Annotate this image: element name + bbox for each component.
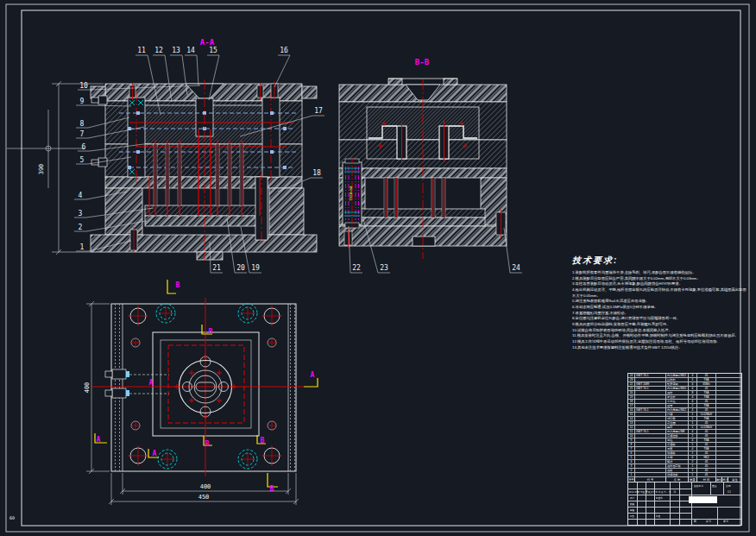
callout-23: 23 (380, 264, 388, 272)
dim-inner-width: 400 (200, 483, 211, 490)
technical-requirements: 技术要求: 1.装配前所有零件均需清洗干净,去除毛刺、油污,各配合面不得有碰伤划… (572, 255, 748, 350)
section-bb-label: B-B (415, 58, 430, 66)
svg-text:A: A (149, 379, 154, 387)
sheet-page: 第 张 (723, 520, 728, 523)
callout-3: 3 (79, 210, 83, 218)
parts-list-rows: 24GB/T 70.1内六角螺钉M1244523拉料杆1T8A22GB/T 20… (628, 374, 741, 477)
process-label: 工艺 (630, 514, 635, 518)
callout-22: 22 (352, 264, 361, 272)
technical-requirement-line: 5.浇注系统表面粗糙度Ra0.8,流道应光滑连接。 (572, 299, 748, 305)
checker-label: 校核 (630, 502, 635, 506)
svg-text:B: B (261, 437, 265, 445)
callout-5: 5 (80, 156, 85, 164)
dim-side-height: 400 (84, 382, 91, 394)
callout-15: 15 (209, 47, 217, 54)
callout-1: 1 (80, 243, 85, 251)
callout-4: 4 (79, 192, 83, 199)
section-bb-view: B-B (339, 58, 507, 259)
technical-requirement-line: 9.模具外露部分锐边倒钝,安装面应平整,吊装螺孔完好可用。 (572, 322, 748, 328)
cad-sheet: { "sheet": { "corner_mark": "60" }, "sec… (0, 0, 756, 536)
callout-13: 13 (172, 47, 180, 54)
technical-requirement-line: 10.试模合格后型腔表面涂防锈油,闭合保存,各板间垫入纸片。 (572, 328, 748, 334)
section-aa-label: A-A (200, 38, 215, 47)
designer-label: 设计 (630, 496, 635, 500)
guide-pillar (262, 92, 280, 183)
sheet-total: 共 张 (706, 520, 711, 523)
svg-text:B: B (209, 328, 213, 336)
scale-label: 比例 (726, 484, 731, 488)
sheet-size: A1 (694, 520, 696, 523)
callout-16: 16 (280, 47, 288, 54)
support-pillar (255, 173, 268, 243)
callout-12: 12 (154, 47, 163, 54)
technical-requirements-list: 1.装配前所有零件均需清洗干净,去除毛刺、油污,各配合面不得有碰伤划痕。2.模具… (572, 270, 748, 350)
technical-requirement-line: 3.导柱导套装配后滑动灵活,无卡滞现象,配合间隙符合H7/f7的要求。 (572, 281, 748, 287)
technical-requirement-line: 13.其他未注技术要求按塑料注射模通用技术条件GB/T 12554执行。 (572, 345, 748, 351)
spring-tag: TM50×60 (349, 186, 353, 200)
technical-requirement-line: 1.装配前所有零件均需清洗干净,去除毛刺、油污,各配合面不得有碰伤划痕。 (572, 270, 748, 276)
callout-17: 17 (314, 107, 323, 115)
parts-list-table: 24GB/T 70.1内六角螺钉M1244523拉料杆1T8A22GB/T 20… (627, 373, 742, 482)
callout-14: 14 (186, 47, 195, 54)
scale-value: 1:1 (728, 490, 731, 494)
technical-requirement-line: 11.模具安装时注意方向,合模、开模时动作平稳,脱模时制件与浇注系统凝料应能顺利… (572, 333, 748, 339)
callout-19: 19 (251, 264, 260, 272)
technical-requirement-line: 2.模具装配后分型面应贴合严密,其间隙不得大于0.02mm,局部不大于0.03m… (572, 276, 748, 282)
dim-outer-width: 450 (198, 494, 210, 501)
svg-text:A: A (153, 450, 157, 457)
auditor-label: 审核 (630, 508, 635, 512)
technical-requirement-line: 12.模具工作过程中各运动部件保持灵活,定期加注润滑油,导柱、推杆等滑动部位涂润… (572, 339, 748, 345)
standardization-label: 标准化 (656, 496, 663, 500)
aa-height-value: 390 (38, 164, 45, 175)
callout-8: 8 (80, 120, 85, 128)
svg-text:B: B (176, 281, 180, 289)
drawing-number-bar (689, 496, 717, 503)
technical-requirements-title: 技术要求: (572, 255, 748, 267)
weight-label: 重量 (712, 484, 717, 488)
callout-2: 2 (79, 224, 83, 231)
spring-unit: TM50×60 (343, 157, 362, 230)
callout-9: 9 (80, 98, 85, 105)
revision-marks-row: 标记 处数 分区 更改文件号 签名 年、月、日 (629, 490, 690, 494)
callout-20: 20 (236, 264, 245, 272)
callout-11: 11 (137, 47, 146, 54)
callout-6: 6 (82, 143, 86, 151)
sheet-corner-mark: 60 (9, 515, 15, 520)
callout-18: 18 (312, 169, 321, 177)
technical-requirement-line: 4.推出机构运动灵活、平稳,推杆在固定板孔内应能灵活转动,不得有卡死现象,复位准… (572, 287, 748, 299)
technical-requirement-line: 7.各紧固螺钉均需拧紧,不得松动。 (572, 311, 748, 317)
approver-label: 批准 (656, 514, 661, 518)
technical-requirement-line: 6.冷却水路应畅通,试压0.5MPa保压5分钟不得渗漏。 (572, 305, 748, 311)
callout-7: 7 (80, 130, 85, 138)
callout-24: 24 (512, 264, 520, 272)
stage-label: 阶段标记 (694, 484, 703, 488)
callout-10: 10 (79, 82, 88, 90)
technical-requirement-line: 8.定位圈与注塑机定位孔配合,浇口套球面半径与喷嘴球面相一致。 (572, 316, 748, 322)
svg-text:B: B (205, 440, 210, 448)
svg-text:A: A (97, 436, 101, 444)
svg-text:B: B (270, 485, 274, 493)
callout-21: 21 (212, 264, 221, 272)
title-block: 标记 处数 分区 更改文件号 签名 年、月、日 设计 校核 审核 工艺 标准化 … (627, 482, 742, 526)
svg-text:A: A (311, 371, 315, 379)
